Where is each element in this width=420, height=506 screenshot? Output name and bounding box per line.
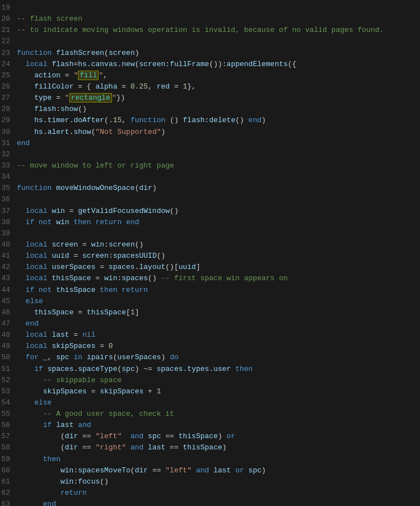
line-number: 53 bbox=[0, 386, 17, 397]
code-line: 34 bbox=[0, 171, 420, 183]
line-number: 24 bbox=[0, 59, 17, 70]
code-line: 24 local flash=hs.canvas.new(screen:full… bbox=[0, 59, 420, 70]
line-text bbox=[17, 149, 416, 160]
line-number: 41 bbox=[0, 250, 17, 262]
line-number: 40 bbox=[0, 239, 17, 250]
line-number: 59 bbox=[0, 454, 17, 465]
code-line: 19 bbox=[0, 2, 420, 13]
line-text: local win = getValidFocusedWindow() bbox=[17, 206, 416, 217]
code-line: 43 local thisSpace = win:spaces() -- fir… bbox=[0, 273, 420, 284]
line-text: win:focus() bbox=[17, 476, 416, 488]
line-number: 63 bbox=[0, 499, 17, 506]
line-text: fillColor = { alpha = 0.25, red = 1}, bbox=[17, 81, 416, 92]
line-text bbox=[17, 171, 416, 183]
code-line: 26 fillColor = { alpha = 0.25, red = 1}, bbox=[0, 81, 420, 92]
line-number: 32 bbox=[0, 149, 17, 160]
line-number: 27 bbox=[0, 92, 17, 104]
line-text: hs.alert.show("Not Supported") bbox=[17, 127, 416, 138]
line-text: -- flash screen bbox=[17, 13, 416, 25]
code-line: 52 -- skippable space bbox=[0, 375, 420, 386]
line-number: 58 bbox=[0, 442, 17, 453]
line-number: 54 bbox=[0, 397, 17, 408]
code-line: 28 flash:show() bbox=[0, 104, 420, 115]
code-line: 38 if not win then return end bbox=[0, 217, 420, 228]
line-number: 20 bbox=[0, 13, 17, 25]
line-text: skipSpaces = skipSpaces + 1 bbox=[17, 386, 416, 397]
code-line: 31end bbox=[0, 138, 420, 149]
code-line: 42 local userSpaces = spaces.layout()[uu… bbox=[0, 262, 420, 273]
line-text: if not thisSpace then return bbox=[17, 285, 416, 296]
line-text: type = "rectangle"}) bbox=[17, 92, 416, 104]
line-text: -- A good user space, check it bbox=[17, 408, 416, 420]
code-line: 23function flashScreen(screen) bbox=[0, 48, 420, 59]
code-line: 44 if not thisSpace then return bbox=[0, 285, 420, 296]
line-number: 39 bbox=[0, 228, 17, 239]
line-text: win:spacesMoveTo(dir == "left" and last … bbox=[17, 465, 416, 476]
line-text: (dir == "right" and last == thisSpace) bbox=[17, 442, 416, 453]
line-number: 55 bbox=[0, 408, 17, 420]
line-text: local userSpaces = spaces.layout()[uuid] bbox=[17, 262, 416, 273]
code-line: 62 return bbox=[0, 488, 420, 499]
code-line: 47 end bbox=[0, 318, 420, 329]
line-number: 37 bbox=[0, 206, 17, 217]
line-number: 52 bbox=[0, 375, 17, 386]
line-number: 44 bbox=[0, 285, 17, 296]
code-line: 49 local skipSpaces = 0 bbox=[0, 341, 420, 352]
code-line: 61 win:focus() bbox=[0, 476, 420, 488]
code-line: 22 bbox=[0, 36, 420, 47]
line-text: local screen = win:screen() bbox=[17, 239, 416, 250]
line-number: 33 bbox=[0, 160, 17, 171]
code-line: 37 local win = getValidFocusedWindow() bbox=[0, 206, 420, 217]
line-text: local uuid = screen:spacesUUID() bbox=[17, 250, 416, 262]
line-number: 62 bbox=[0, 488, 17, 499]
line-text: -- skippable space bbox=[17, 375, 416, 386]
line-number: 61 bbox=[0, 476, 17, 488]
line-number: 56 bbox=[0, 420, 17, 431]
line-text: function flashScreen(screen) bbox=[17, 48, 416, 59]
line-text: if spaces.spaceType(spc) ~= spaces.types… bbox=[17, 364, 416, 375]
line-text: local skipSpaces = 0 bbox=[17, 341, 416, 352]
line-number: 30 bbox=[0, 127, 17, 138]
code-container: 1920-- flash screen21-- to indicate movi… bbox=[0, 0, 420, 506]
line-number: 25 bbox=[0, 70, 17, 81]
line-number: 43 bbox=[0, 273, 17, 284]
code-line: 51 if spaces.spaceType(spc) ~= spaces.ty… bbox=[0, 364, 420, 375]
line-number: 22 bbox=[0, 36, 17, 47]
line-text: flash:show() bbox=[17, 104, 416, 115]
code-line: 57 (dir == "left" and spc == thisSpace) … bbox=[0, 431, 420, 442]
code-line: 21-- to indicate moving windows operatio… bbox=[0, 25, 420, 36]
code-line: 60 win:spacesMoveTo(dir == "left" and la… bbox=[0, 465, 420, 476]
line-number: 45 bbox=[0, 296, 17, 307]
code-line: 54 else bbox=[0, 397, 420, 408]
line-text: else bbox=[17, 296, 416, 307]
line-number: 35 bbox=[0, 183, 17, 194]
line-number: 28 bbox=[0, 104, 17, 115]
line-number: 50 bbox=[0, 352, 17, 363]
code-line: 63 end bbox=[0, 499, 420, 506]
code-line: 20-- flash screen bbox=[0, 13, 420, 25]
line-text: hs.timer.doAfter(.15, function () flash:… bbox=[17, 115, 416, 126]
line-number: 57 bbox=[0, 431, 17, 442]
line-number: 47 bbox=[0, 318, 17, 329]
line-text: if not win then return end bbox=[17, 217, 416, 228]
code-line: 55 -- A good user space, check it bbox=[0, 408, 420, 420]
line-number: 21 bbox=[0, 25, 17, 36]
line-text bbox=[17, 228, 416, 239]
line-text: local thisSpace = win:spaces() -- first … bbox=[17, 273, 416, 284]
line-text: end bbox=[17, 499, 416, 506]
code-line: 35function moveWindowOneSpace(dir) bbox=[0, 183, 420, 194]
code-line: 30 hs.alert.show("Not Supported") bbox=[0, 127, 420, 138]
line-text: else bbox=[17, 397, 416, 408]
line-text bbox=[17, 36, 416, 47]
line-number: 38 bbox=[0, 217, 17, 228]
code-line: 41 local uuid = screen:spacesUUID() bbox=[0, 250, 420, 262]
line-number: 60 bbox=[0, 465, 17, 476]
code-line: 40 local screen = win:screen() bbox=[0, 239, 420, 250]
line-number: 46 bbox=[0, 307, 17, 318]
line-number: 26 bbox=[0, 81, 17, 92]
code-line: 39 bbox=[0, 228, 420, 239]
code-line: 45 else bbox=[0, 296, 420, 307]
code-line: 53 skipSpaces = skipSpaces + 1 bbox=[0, 386, 420, 397]
line-text: return bbox=[17, 488, 416, 499]
line-text bbox=[17, 2, 416, 13]
